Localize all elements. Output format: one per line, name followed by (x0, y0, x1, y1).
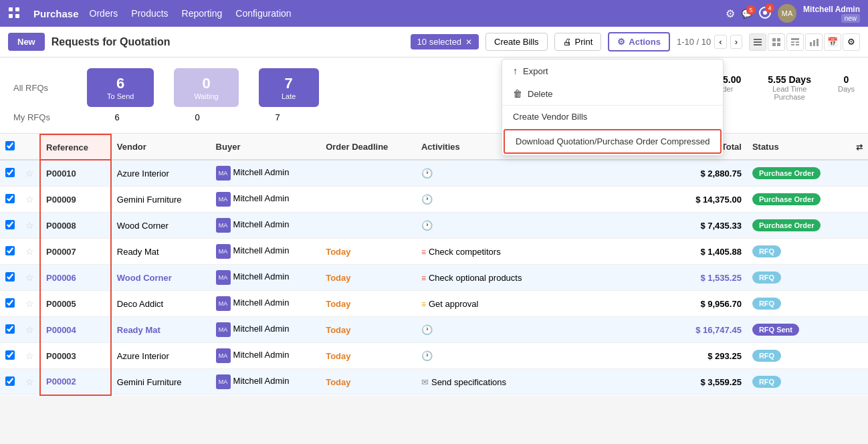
buyer-avatar: MA (216, 192, 231, 207)
buyer-header[interactable]: Buyer (211, 134, 321, 160)
row-checkbox-cell (0, 343, 20, 369)
vendor-link[interactable]: Wood Corner (117, 273, 172, 283)
star-icon[interactable]: ☆ (25, 272, 34, 283)
row-checkbox[interactable] (5, 298, 15, 308)
row-deadline-cell: Today (320, 317, 416, 343)
svg-rect-3 (15, 14, 19, 18)
star-icon[interactable]: ☆ (25, 168, 34, 179)
row-source-cell (562, 291, 673, 317)
total-link[interactable]: $ 1,535.25 (700, 273, 741, 283)
clock-icon[interactable]: 🕐 (421, 350, 433, 361)
settings-icon[interactable]: ⚙ (726, 7, 735, 20)
settings-view-button[interactable]: ⚙ (843, 33, 860, 51)
grid-icon[interactable] (8, 7, 20, 21)
to-send-card[interactable]: 6 To Send (87, 68, 154, 107)
buyer-name: Mitchell Admin (233, 219, 290, 229)
row-checkbox[interactable] (5, 376, 15, 386)
days-label: Days (838, 85, 855, 93)
svg-rect-7 (754, 41, 762, 43)
row-vendor-cell: Gemini Furniture (111, 369, 211, 395)
my-rfqs-row: My RFQs 6 0 7 (13, 107, 855, 122)
row-activities-cell: 🕐 (416, 160, 562, 187)
clear-selection-button[interactable]: ✕ (465, 37, 472, 47)
sub-header: New Requests for Quotation 10 selected ✕… (0, 27, 868, 58)
row-star-cell: ☆ (20, 213, 40, 239)
clock-icon[interactable]: 🕐 (421, 168, 433, 179)
chat-icon[interactable]: 💬5 (742, 9, 752, 19)
select-all-header[interactable] (0, 134, 20, 160)
row-extra-cell (851, 317, 868, 343)
vendor-link[interactable]: Ready Mat (117, 325, 160, 335)
star-icon[interactable]: ☆ (25, 376, 34, 387)
status-badge: RFQ Sent (752, 324, 799, 336)
row-checkbox[interactable] (5, 220, 15, 229)
late-card[interactable]: 7 Late (259, 68, 319, 107)
reference-header[interactable]: Reference (40, 134, 111, 160)
create-bills-button[interactable]: Create Bills (485, 33, 547, 51)
prev-page-button[interactable]: ‹ (714, 35, 726, 49)
vendor-text: Azure Interior (117, 169, 169, 179)
star-icon[interactable]: ☆ (25, 350, 34, 361)
row-checkbox[interactable] (5, 272, 15, 282)
clock-icon[interactable]: 🕐 (421, 220, 433, 231)
row-status-cell: Purchase Order (747, 160, 851, 187)
table-view-button[interactable] (786, 33, 804, 51)
app-name[interactable]: Purchase (33, 8, 79, 19)
next-page-button[interactable]: › (730, 35, 742, 49)
pagination: 1-10 / 10 ‹ › (677, 35, 742, 49)
adjust-header[interactable]: ⇄ (851, 134, 868, 160)
row-vendor-cell: Ready Mat (111, 239, 211, 265)
calendar-view-button[interactable]: 📅 (824, 33, 841, 51)
vendor-header[interactable]: Vendor (111, 134, 211, 160)
waiting-card[interactable]: 0 Waiting (174, 68, 238, 107)
star-icon[interactable]: ☆ (25, 194, 34, 205)
download-compressed-item[interactable]: Download Quotation/Purchase Order Compre… (504, 129, 722, 154)
export-item[interactable]: ↑ Export (502, 60, 723, 82)
star-icon[interactable]: ☆ (25, 324, 34, 335)
star-icon[interactable]: ☆ (25, 298, 34, 309)
nav-orders[interactable]: Orders (90, 8, 118, 19)
row-activities-cell: 🕐 (416, 213, 562, 239)
row-buyer-cell: MAMitchell Admin (211, 343, 321, 369)
activity-check-optional[interactable]: ≡ (421, 273, 426, 283)
list-view-button[interactable] (749, 33, 766, 51)
activity-icon[interactable]: 4 (759, 7, 771, 21)
row-total-cell: $ 3,559.25 (673, 369, 747, 395)
row-checkbox[interactable] (5, 168, 15, 177)
avatar[interactable]: MA (778, 4, 796, 23)
user-name: Mitchell Admin (803, 5, 860, 14)
new-button[interactable]: New (8, 33, 45, 51)
nav-configuration[interactable]: Configuration (235, 8, 291, 19)
activity-check-competitors[interactable]: ≡ (421, 247, 426, 257)
row-checkbox[interactable] (5, 246, 15, 255)
row-checkbox[interactable] (5, 350, 15, 360)
nav-reporting[interactable]: Reporting (182, 8, 223, 19)
reference-link[interactable]: P00004 (46, 325, 76, 335)
activity-send-specs[interactable]: ✉ (421, 377, 429, 387)
lead-time-label: Lead Time Purchase (768, 85, 811, 101)
print-button[interactable]: 🖨 Print (554, 33, 602, 51)
row-checkbox[interactable] (5, 324, 15, 334)
buyer-avatar: MA (216, 270, 231, 285)
actions-button[interactable]: ⚙ Actions (608, 32, 670, 51)
clock-icon[interactable]: 🕐 (421, 324, 433, 335)
select-all-checkbox[interactable] (5, 141, 15, 150)
reference-link[interactable]: P00006 (46, 273, 76, 283)
chart-view-button[interactable] (805, 33, 823, 51)
create-vendor-bills-item[interactable]: Create Vendor Bills (502, 106, 723, 128)
row-checkbox[interactable] (5, 194, 15, 203)
delete-item[interactable]: 🗑 Delete (502, 82, 723, 105)
deadline-header[interactable]: Order Deadline (320, 134, 416, 160)
nav-products[interactable]: Products (131, 8, 168, 19)
kanban-view-button[interactable] (768, 33, 785, 51)
total-link[interactable]: $ 16,747.45 (695, 325, 742, 335)
row-total-cell: $ 293.25 (673, 343, 747, 369)
star-icon[interactable]: ☆ (25, 220, 34, 231)
status-header[interactable]: Status (747, 134, 851, 160)
activity-get-approval[interactable]: ≡ (421, 300, 426, 309)
deadline-today: Today (326, 273, 350, 283)
star-icon[interactable]: ☆ (25, 246, 34, 257)
status-badge: Purchase Order (752, 167, 821, 179)
reference-link[interactable]: P00002 (46, 376, 76, 386)
clock-icon[interactable]: 🕐 (421, 194, 433, 205)
